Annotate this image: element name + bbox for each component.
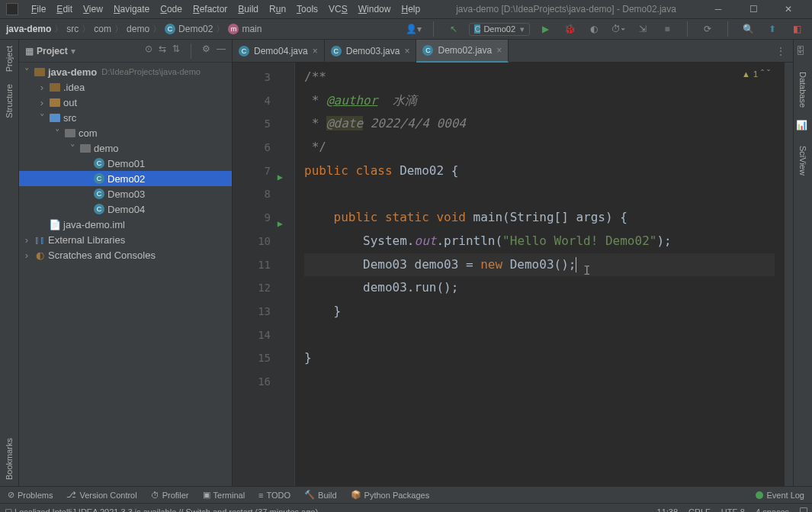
run-gutter-icon[interactable]: ▶ xyxy=(278,212,283,236)
fold-gutter[interactable] xyxy=(286,63,295,486)
prev-highlight-icon[interactable]: ˆ xyxy=(761,69,764,79)
crumb-method[interactable]: main xyxy=(242,24,262,34)
next-highlight-icon[interactable]: ˇ xyxy=(767,69,770,79)
tab-demo02[interactable]: CDemo02.java× xyxy=(416,40,509,63)
attach-button[interactable]: ⇲ xyxy=(634,20,652,38)
maximize-button[interactable]: ☐ xyxy=(736,0,771,19)
folder-icon xyxy=(50,83,60,92)
tool-event-log[interactable]: Event Log xyxy=(756,491,804,500)
tree-com[interactable]: com xyxy=(79,127,98,139)
tree-demo[interactable]: demo xyxy=(94,143,119,154)
code-line-6: */ xyxy=(304,140,326,154)
run-config-dropdown[interactable]: C Demo02 ▾ xyxy=(469,23,530,36)
tree-out[interactable]: out xyxy=(63,97,77,108)
code-line-4: 水滴 xyxy=(377,93,416,108)
tool-build[interactable]: 🔨Build xyxy=(304,490,336,500)
line-gutter[interactable]: 3 4 5 6 7▶ 8 9▶ 10 11 12 13 14 15 16 xyxy=(233,63,286,486)
tool-todo[interactable]: ≡TODO xyxy=(258,491,290,500)
profile-button[interactable]: ⏱▾ xyxy=(609,20,627,38)
menu-vcs[interactable]: VCS xyxy=(323,2,353,16)
menu-tools[interactable]: Tools xyxy=(291,2,323,16)
tree-iml[interactable]: java-demo.iml xyxy=(63,219,125,230)
coverage-button[interactable]: ◐ xyxy=(585,20,603,38)
tab-demo03[interactable]: CDemo03.java× xyxy=(325,40,417,63)
tab-demo04[interactable]: CDemo04.java× xyxy=(233,40,325,63)
tool-problems[interactable]: ⊘Problems xyxy=(8,490,53,500)
tool-window-toggle-icon[interactable]: ▢ xyxy=(5,507,12,512)
tree-idea[interactable]: .idea xyxy=(63,82,85,93)
sync-button[interactable]: ⬆ xyxy=(763,20,782,38)
tree-demo01[interactable]: Demo01 xyxy=(108,158,145,169)
debug-button[interactable]: 🐞 xyxy=(560,20,579,38)
status-message[interactable]: Localized IntelliJ IDEA 2021.3.3 is avai… xyxy=(14,507,318,513)
status-line-separator[interactable]: CRLF xyxy=(688,507,711,513)
menu-file[interactable]: File xyxy=(26,2,51,16)
tab-label: Demo03.java xyxy=(346,46,400,56)
tool-terminal[interactable]: ▣Terminal xyxy=(203,490,246,500)
tree-demo03[interactable]: Demo03 xyxy=(108,188,145,200)
project-dropdown-icon[interactable]: ▦ xyxy=(25,46,34,56)
lock-icon[interactable] xyxy=(800,507,807,513)
back-icon[interactable]: ↖ xyxy=(445,20,463,38)
menu-view[interactable]: View xyxy=(78,2,108,16)
tool-python-packages[interactable]: 📦Python Packages xyxy=(351,490,430,500)
crumb-com[interactable]: com xyxy=(94,24,111,34)
tree-scratch[interactable]: Scratches and Consoles xyxy=(48,250,156,261)
search-button[interactable]: 🔍 xyxy=(739,20,757,38)
more-tabs-icon[interactable]: ⋮ xyxy=(769,46,793,56)
project-tree[interactable]: ˅java-demoD:\IdeaProjects\java-demo ›.id… xyxy=(19,63,232,486)
ide-button[interactable]: ◧ xyxy=(788,20,806,38)
tool-project-tab[interactable]: Project xyxy=(3,40,15,78)
add-user-icon[interactable]: 👤▾ xyxy=(404,20,422,38)
editor-tabs: CDemo04.java× CDemo03.java× CDemo02.java… xyxy=(233,40,793,63)
status-time[interactable]: 11:38 xyxy=(657,507,679,513)
stop-button[interactable]: ■ xyxy=(658,20,676,38)
tool-sciview-tab[interactable]: SciView xyxy=(797,140,809,182)
tree-demo02[interactable]: Demo02 xyxy=(108,173,145,185)
tree-extlib[interactable]: External Libraries xyxy=(48,234,125,246)
menu-window[interactable]: Window xyxy=(353,2,396,16)
select-open-file-icon[interactable]: ⊙ xyxy=(145,43,152,59)
tool-database-tab[interactable]: Database xyxy=(797,66,809,114)
close-button[interactable]: ✕ xyxy=(771,0,806,19)
menu-refactor[interactable]: Refactor xyxy=(188,2,233,16)
editor-scrollbar[interactable] xyxy=(784,63,793,486)
menu-code[interactable]: Code xyxy=(155,2,188,16)
close-icon[interactable]: × xyxy=(496,45,502,56)
tool-vcs[interactable]: ⎇Version Control xyxy=(66,490,136,500)
crumb-demo[interactable]: demo xyxy=(127,24,149,34)
sciview-icon[interactable]: 📊 xyxy=(796,120,810,134)
inspection-widget[interactable]: ▲ 1 ˆ ˇ xyxy=(742,69,770,79)
close-icon[interactable]: × xyxy=(404,46,409,56)
database-icon[interactable]: 🗄 xyxy=(796,46,810,60)
menu-build[interactable]: Build xyxy=(233,2,264,16)
menu-navigate[interactable]: Navigate xyxy=(108,2,155,16)
status-indent[interactable]: 4 spaces xyxy=(756,507,789,513)
settings-icon[interactable]: ⚙ xyxy=(202,43,210,59)
menu-help[interactable]: Help xyxy=(396,2,425,16)
run-button[interactable]: ▶ xyxy=(536,20,554,38)
crumb-src[interactable]: src xyxy=(66,24,79,34)
expand-all-icon[interactable]: ⇆ xyxy=(159,43,166,59)
tool-bookmarks-tab[interactable]: Bookmarks xyxy=(3,432,15,486)
minimize-button[interactable]: ─ xyxy=(701,0,736,19)
menu-run[interactable]: Run xyxy=(264,2,291,16)
crumb-class[interactable]: Demo02 xyxy=(178,24,213,34)
tree-root[interactable]: java-demo xyxy=(48,66,97,78)
menu-edit[interactable]: Edit xyxy=(51,2,78,16)
update-button[interactable]: ⟳ xyxy=(698,20,717,38)
code-line-15: } xyxy=(304,350,312,365)
tool-structure-tab[interactable]: Structure xyxy=(3,78,15,124)
code-area[interactable]: /** * @author 水滴 * @date 2022/4/4 0004 *… xyxy=(295,63,784,486)
close-icon[interactable]: × xyxy=(313,46,318,56)
project-title[interactable]: Project xyxy=(37,46,68,56)
run-gutter-icon[interactable]: ▶ xyxy=(278,166,283,189)
collapse-all-icon[interactable]: ⇅ xyxy=(172,43,180,59)
hide-icon[interactable]: — xyxy=(217,43,226,59)
breadcrumb: java-demo〉 src〉 com〉 demo〉 C Demo02〉 m m… xyxy=(6,23,262,36)
tree-src[interactable]: src xyxy=(63,112,76,124)
tool-profiler[interactable]: ⏱Profiler xyxy=(151,491,189,500)
crumb-project[interactable]: java-demo xyxy=(6,24,51,34)
tree-demo04[interactable]: Demo04 xyxy=(108,204,145,215)
status-encoding[interactable]: UTF-8 xyxy=(721,507,745,513)
